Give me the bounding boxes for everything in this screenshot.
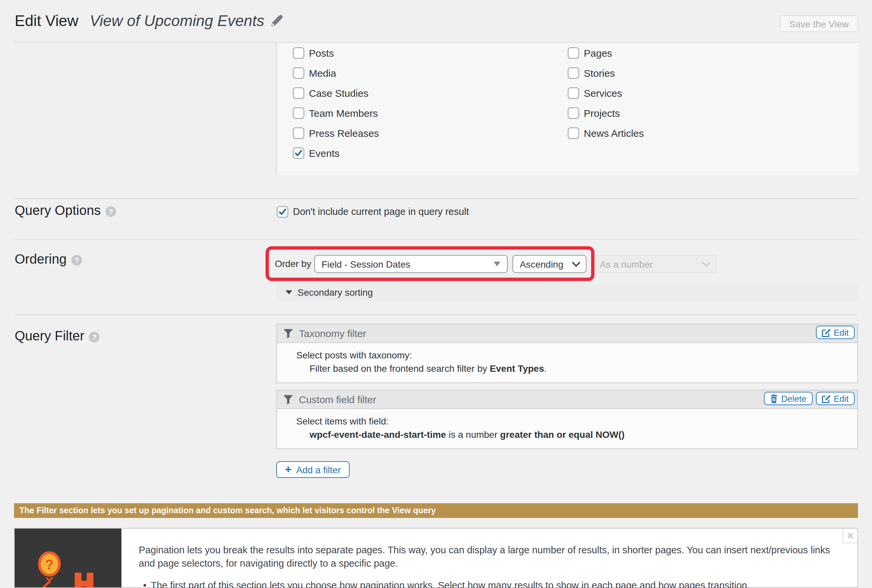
as-number-select-disabled: As a number <box>592 255 716 273</box>
ordering-heading: Ordering ? <box>15 252 82 267</box>
taxonomy-filter-header: Taxonomy filter Edit <box>277 324 857 343</box>
checkbox-row-stories[interactable]: Stories <box>568 68 644 78</box>
checkbox-label[interactable]: Projects <box>584 107 620 118</box>
custom-field-filter-delete-button[interactable]: Delete <box>764 392 812 405</box>
text-bold: greater than or equal NOW() <box>500 429 625 440</box>
checkbox-label[interactable]: Stories <box>584 67 615 78</box>
checkbox-services[interactable] <box>568 87 579 99</box>
edit-view-page: Edit View View of Upcoming Events Save t… <box>0 0 872 588</box>
checkbox-row-media[interactable]: Media <box>293 68 379 78</box>
checkbox-row-news-articles[interactable]: News Articles <box>568 128 644 138</box>
text: is a number <box>446 429 500 440</box>
query-options-checkbox-row[interactable]: Don't include current page in query resu… <box>277 206 469 217</box>
add-filter-button[interactable]: + Add a filter <box>276 461 350 478</box>
help-icon[interactable]: ? <box>71 255 82 266</box>
section-divider <box>14 314 858 315</box>
checkbox-dont-include-current-page[interactable] <box>277 206 288 217</box>
pagination-bullet: • The first part of this section lets yo… <box>139 579 837 588</box>
checkbox-team-members[interactable] <box>293 107 304 118</box>
content-type-column-left: Posts Media Case Studies Team Members Pr… <box>293 47 379 168</box>
section-divider <box>14 198 858 199</box>
checkbox-press-releases[interactable] <box>293 127 304 138</box>
bullet-text: The first part of this section lets you … <box>151 579 750 588</box>
delete-button-label: Delete <box>781 393 806 404</box>
checkbox-label[interactable]: Case Studies <box>309 87 368 99</box>
checkbox-label[interactable]: News Articles <box>584 127 644 138</box>
section-title: Ordering <box>15 252 67 267</box>
checkbox-pages[interactable] <box>568 47 579 58</box>
save-view-button[interactable]: Save the View <box>780 15 859 32</box>
as-number-value: As a number <box>600 259 653 269</box>
help-icon[interactable]: ? <box>105 206 116 217</box>
checkbox-row-team-members[interactable]: Team Members <box>293 108 379 118</box>
secondary-sorting-toggle[interactable]: Secondary sorting <box>276 284 858 301</box>
checkbox-label[interactable]: Don't include current page in query resu… <box>293 206 469 217</box>
filter-title: Taxonomy filter <box>299 328 366 339</box>
help-illustration: ? <box>15 529 121 587</box>
custom-field-filter-panel: Custom field filter Delete Edit Select i… <box>276 390 858 449</box>
annotation-red-box <box>265 246 595 281</box>
help-icon[interactable]: ? <box>89 332 100 342</box>
section-divider <box>14 239 858 240</box>
checkbox-label[interactable]: Press Releases <box>309 127 379 138</box>
query-options-heading: Query Options ? <box>15 203 116 218</box>
triangle-down-icon <box>286 290 292 294</box>
section-title: Query Filter <box>15 328 84 344</box>
bullet-dot: • <box>139 579 151 588</box>
edit-title-pencil-icon[interactable] <box>270 14 283 30</box>
checkbox-stories[interactable] <box>568 67 579 78</box>
checkbox-row-pages[interactable]: Pages <box>568 47 644 58</box>
filter-summary-detail: Filter based on the frontend search filt… <box>296 362 857 375</box>
close-icon[interactable]: ✕ <box>843 529 857 543</box>
checkbox-row-services[interactable]: Services <box>568 87 644 98</box>
pagination-help-panel: ? ✕ Pagination lets you break the result… <box>14 528 858 588</box>
funnel-icon <box>283 395 293 404</box>
text: Filter based on the frontend search filt… <box>310 363 490 374</box>
custom-field-filter-edit-button[interactable]: Edit <box>816 392 855 405</box>
taxonomy-filter-edit-button[interactable]: Edit <box>816 326 855 339</box>
checkbox-posts[interactable] <box>293 47 304 58</box>
view-name: View of Upcoming Events <box>90 12 264 30</box>
checkbox-label[interactable]: Pages <box>584 47 612 58</box>
section-title: Query Options <box>15 203 101 218</box>
checkbox-label[interactable]: Services <box>584 87 622 99</box>
edit-button-label: Edit <box>834 393 849 404</box>
checkbox-row-events[interactable]: Events <box>293 147 379 158</box>
checkbox-row-press-releases[interactable]: Press Releases <box>293 128 379 138</box>
checkbox-label[interactable]: Team Members <box>309 107 378 118</box>
svg-text:?: ? <box>45 556 54 572</box>
checkbox-events-checked[interactable] <box>293 147 304 159</box>
funnel-icon <box>283 329 293 338</box>
checkbox-media[interactable] <box>293 67 304 78</box>
text-bold: wpcf-event-date-and-start-time <box>310 429 446 440</box>
filter-section-banner: The Filter section lets you set up pagin… <box>14 503 858 518</box>
content-type-column-right: Pages Stories Services Projects News Art… <box>568 47 644 147</box>
plus-icon: + <box>285 464 292 475</box>
filter-summary-line: Select posts with taxonomy: <box>296 349 857 362</box>
text: . <box>544 363 547 374</box>
checkbox-row-posts[interactable]: Posts <box>293 47 379 58</box>
trash-icon <box>770 394 778 403</box>
taxonomy-filter-panel: Taxonomy filter Edit Select posts with t… <box>276 324 858 383</box>
chevron-down-icon <box>702 258 710 267</box>
check-icon <box>294 148 303 157</box>
filter-title: Custom field filter <box>299 394 376 405</box>
checkbox-case-studies[interactable] <box>293 87 304 99</box>
check-icon <box>278 207 287 216</box>
checkbox-row-case-studies[interactable]: Case Studies <box>293 87 379 98</box>
page-title: Edit View <box>15 12 78 30</box>
checkbox-label[interactable]: Posts <box>309 47 334 58</box>
checkbox-label[interactable]: Events <box>309 147 340 159</box>
filter-summary-detail: wpcf-event-date-and-start-time is a numb… <box>296 428 857 441</box>
edit-button-label: Edit <box>834 327 849 338</box>
checkbox-label[interactable]: Media <box>309 67 336 78</box>
edit-icon <box>822 394 830 403</box>
checkbox-projects[interactable] <box>568 107 579 118</box>
checkbox-news-articles[interactable] <box>568 127 579 138</box>
checkbox-row-projects[interactable]: Projects <box>568 108 644 118</box>
filter-summary-line: Select items with field: <box>296 415 857 428</box>
edit-icon <box>822 328 830 337</box>
custom-field-filter-body: Select items with field: wpcf-event-date… <box>277 409 857 441</box>
taxonomy-filter-body: Select posts with taxonomy: Filter based… <box>277 343 857 375</box>
custom-field-filter-header: Custom field filter Delete Edit <box>277 390 857 409</box>
